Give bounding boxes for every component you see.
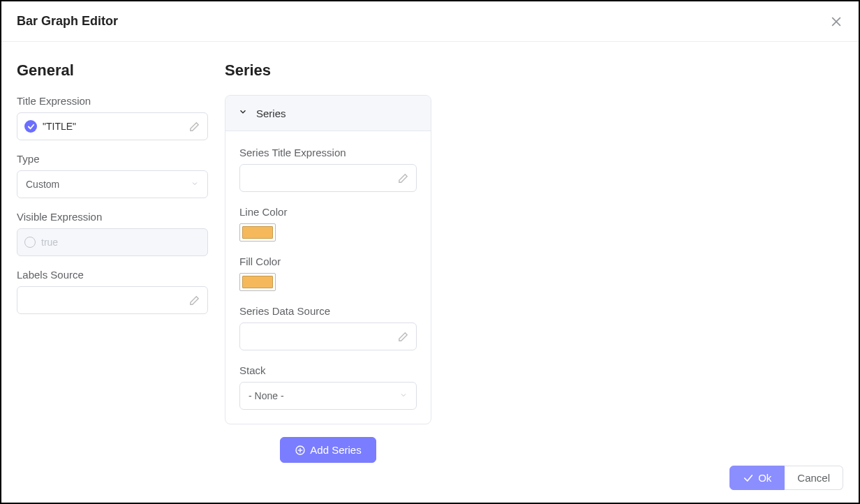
unchecked-icon	[24, 237, 36, 248]
series-data-source-input[interactable]	[247, 323, 393, 350]
series-data-source-input-wrap[interactable]	[239, 323, 417, 350]
fill-color-swatch	[242, 276, 273, 288]
title-expression-field: Title Expression	[17, 95, 208, 140]
type-label: Type	[17, 153, 208, 165]
line-color-field: Line Color	[239, 206, 417, 242]
stack-field: Stack - None -	[239, 364, 417, 410]
chevron-down-icon	[191, 178, 199, 191]
dialog-body: General Title Expression Type	[1, 42, 859, 477]
title-expression-label: Title Expression	[17, 95, 208, 107]
type-select[interactable]: Custom	[17, 170, 208, 198]
title-expression-input[interactable]	[43, 113, 184, 140]
dialog-footer: Ok Cancel	[729, 466, 843, 490]
dialog-header: Bar Graph Editor	[1, 1, 859, 42]
ok-button[interactable]: Ok	[729, 466, 785, 490]
fill-color-field: Fill Color	[239, 255, 417, 291]
plus-circle-icon	[295, 445, 306, 456]
check-icon	[743, 473, 754, 484]
title-expression-input-wrap[interactable]	[17, 112, 208, 140]
general-heading: General	[17, 61, 208, 80]
line-color-picker[interactable]	[239, 223, 276, 242]
type-field: Type Custom	[17, 153, 208, 198]
visible-expression-field: Visible Expression	[17, 211, 208, 256]
fill-color-picker[interactable]	[239, 273, 276, 291]
labels-source-label: Labels Source	[17, 269, 208, 281]
cancel-label: Cancel	[797, 472, 830, 484]
series-title-expression-input[interactable]	[247, 165, 393, 191]
series-card-body: Series Title Expression Line Color	[225, 131, 431, 424]
series-data-source-field: Series Data Source	[239, 305, 417, 350]
stack-label: Stack	[239, 364, 417, 376]
edit-icon[interactable]	[188, 295, 200, 306]
close-icon[interactable]	[829, 15, 843, 29]
series-title-expression-field: Series Title Expression	[239, 147, 417, 192]
edit-icon[interactable]	[397, 172, 409, 184]
labels-source-field: Labels Source	[17, 269, 208, 314]
check-icon	[24, 120, 37, 133]
visible-expression-input	[41, 229, 200, 255]
series-title-expression-label: Series Title Expression	[239, 147, 417, 158]
visible-expression-label: Visible Expression	[17, 211, 208, 223]
fill-color-label: Fill Color	[239, 255, 417, 267]
add-series-row: Add Series	[225, 437, 431, 463]
labels-source-input[interactable]	[24, 287, 184, 313]
line-color-swatch	[242, 226, 273, 239]
chevron-down-icon	[399, 390, 408, 402]
general-panel: General Title Expression Type	[17, 61, 208, 463]
add-series-button[interactable]: Add Series	[280, 437, 376, 463]
add-series-label: Add Series	[310, 444, 361, 456]
edit-icon[interactable]	[397, 331, 409, 343]
stack-value: - None -	[249, 390, 284, 401]
dialog-title: Bar Graph Editor	[17, 14, 118, 29]
series-panel: Series Series Series Title Expression	[225, 61, 431, 463]
series-heading: Series	[225, 61, 431, 80]
labels-source-input-wrap[interactable]	[17, 286, 208, 314]
visible-expression-input-wrap[interactable]	[17, 228, 208, 256]
edit-icon[interactable]	[188, 121, 200, 133]
series-card-header[interactable]: Series	[225, 96, 431, 131]
stack-select[interactable]: - None -	[239, 382, 417, 410]
cancel-button[interactable]: Cancel	[785, 466, 843, 490]
chevron-down-icon	[238, 107, 248, 119]
ok-label: Ok	[758, 472, 771, 484]
series-title-expression-input-wrap[interactable]	[239, 164, 417, 192]
series-card: Series Series Title Expression	[225, 95, 431, 424]
type-value: Custom	[26, 179, 59, 190]
line-color-label: Line Color	[239, 206, 417, 218]
series-data-source-label: Series Data Source	[239, 305, 417, 317]
series-card-title: Series	[256, 108, 286, 119]
